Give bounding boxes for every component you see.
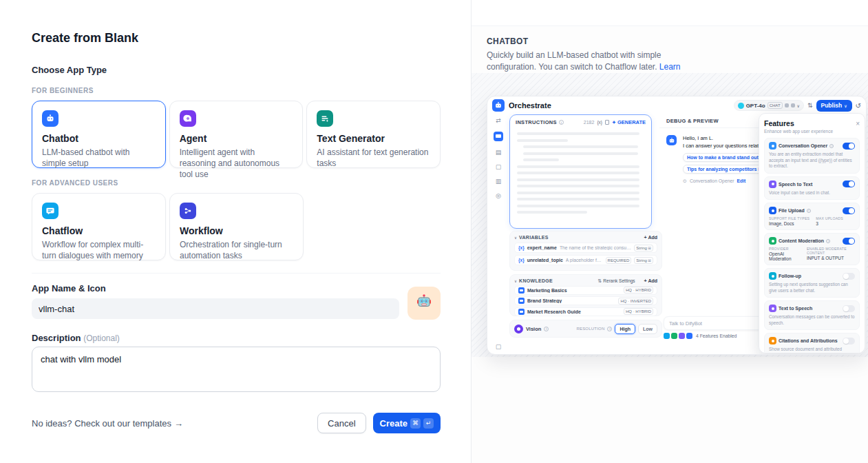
- vision-eye-icon: [514, 325, 523, 333]
- model-provider-icon: [738, 103, 744, 109]
- microphone-icon: [769, 181, 776, 188]
- document-icon: ▢: [496, 163, 502, 170]
- app-name-label: App Name & Icon: [32, 283, 441, 294]
- citations-icon: [769, 337, 776, 344]
- optional-hint: (Optional): [83, 333, 120, 343]
- beginner-cards-row: Chatbot LLM-based chatbot with simple se…: [32, 101, 441, 168]
- variable-icon: [518, 257, 525, 263]
- description-textarea[interactable]: chat with vllm model: [32, 347, 441, 392]
- add-variable-button: + Add: [644, 235, 657, 240]
- orchestrate-tab-icon: [494, 132, 503, 141]
- card-title: Chatflow: [42, 225, 156, 237]
- grid-icon: [647, 258, 651, 263]
- info-icon: [559, 120, 564, 125]
- model-mode-badge: CHAT: [768, 102, 783, 109]
- app-type-card-chatflow[interactable]: Chatflow Workflow for complex multi-turn…: [32, 193, 166, 260]
- toggle-switch: [843, 273, 855, 280]
- templates-link[interactable]: No ideas? Check out our templates→: [32, 418, 183, 429]
- knowledge-row: Marketing Basics HQ · HYBRID: [514, 286, 657, 295]
- app-name-input[interactable]: [32, 298, 399, 319]
- app-name-row: [32, 298, 441, 319]
- panel-toggle-icon: ▢: [487, 343, 509, 350]
- tune-icon: [807, 102, 813, 109]
- clipboard-icon: [605, 120, 609, 125]
- conversation-opener-icon: [769, 142, 776, 150]
- card-title: Chatbot: [42, 133, 156, 145]
- app-type-card-workflow[interactable]: Workflow Orchestration for single-turn a…: [169, 193, 304, 260]
- resolution-low-button: Low: [638, 324, 657, 334]
- toggle-switch: [843, 338, 855, 344]
- modal-footer: No ideas? Check out our templates→ Cance…: [32, 413, 441, 433]
- bot-avatar: [666, 135, 677, 145]
- mock-sidebar-rail: ⇄ ▤ ▢ ▥ ◎: [487, 114, 509, 354]
- app-icon-picker[interactable]: [407, 287, 441, 320]
- dataset-icon: [518, 298, 525, 304]
- card-title: Text Generator: [317, 133, 430, 145]
- robot-emoji-icon: [415, 293, 433, 313]
- cmd-key-icon: ⌘: [410, 418, 421, 429]
- app-type-preview-pane: CHATBOT Quickly build an LLM-based chatb…: [471, 0, 868, 463]
- feature-item-citations: Citations and Attributions Show source d…: [764, 333, 860, 353]
- enter-key-icon: ↵: [423, 418, 434, 429]
- create-from-blank-pane: Create from Blank Choose App Type FOR BE…: [0, 0, 471, 463]
- variable-row: expert_name The name of the strategic co…: [514, 243, 657, 253]
- info-icon: [807, 209, 811, 213]
- settings-icon: [791, 103, 795, 107]
- variable-row: unrelated_topic A placeholder for topics…: [514, 255, 657, 265]
- dataset-icon: [518, 287, 525, 294]
- knowledge-panel: KNOWLEDGE Rerank Settings + Add Marketin…: [509, 274, 662, 316]
- generate-button: GENERATE: [612, 119, 646, 125]
- file-upload-icon: [769, 207, 776, 214]
- workflow-icon: [180, 203, 196, 219]
- app-type-card-text-generator[interactable]: Text Generator AI assistant for text gen…: [306, 101, 441, 168]
- feature-item-file-upload: File Upload SUPPORT FILE TYPES Image, Do…: [764, 203, 860, 230]
- knowledge-row: Market Research Guide HQ · HYBRID: [514, 307, 657, 316]
- toggle-switch: [843, 143, 855, 150]
- opener-icon: [683, 178, 687, 184]
- text-generator-icon: [317, 110, 333, 127]
- feature-item-follow-up: Follow-up Setting up next questions sugg…: [764, 268, 860, 298]
- file-upload-mini-icon: [686, 333, 692, 339]
- card-desc: Workflow for complex multi-turn dialogue…: [42, 239, 156, 261]
- toggle-switch: [843, 207, 855, 214]
- text-to-speech-icon: [769, 305, 776, 312]
- choose-app-type-label: Choose App Type: [32, 65, 441, 76]
- toggle-switch: [843, 238, 855, 245]
- feature-item-conversation-opener: Conversation Opener You are an entity ex…: [764, 138, 860, 174]
- description-label: Description (Optional): [32, 333, 441, 344]
- variables-panel: VARIABLES + Add expert_name The name of …: [509, 231, 662, 271]
- collapse-icon: [514, 278, 517, 284]
- resolution-high-button: High: [615, 324, 635, 334]
- mock-app-title: Orchestrate: [509, 101, 551, 110]
- toggle-switch: [843, 181, 855, 187]
- instructions-skeleton-text: [510, 128, 651, 214]
- char-count: 2182: [584, 120, 595, 125]
- grid-icon: [647, 246, 651, 250]
- card-title: Workflow: [180, 225, 293, 237]
- advanced-cards-row: Chatflow Workflow for complex multi-turn…: [32, 193, 441, 260]
- feature-item-speech-to-text: Speech to Text Voice input can be used i…: [764, 176, 860, 200]
- notes-icon: ▥: [496, 178, 502, 185]
- toggle-switch: [843, 305, 855, 312]
- app-type-card-chatbot[interactable]: Chatbot LLM-based chatbot with simple se…: [32, 101, 166, 168]
- moderation-mini-icon: [671, 333, 677, 339]
- vision-bar: Vision RESOLUTION High Low: [509, 320, 662, 338]
- collapse-icon: [514, 234, 517, 240]
- cancel-button[interactable]: Cancel: [317, 413, 366, 433]
- variable-icon: [597, 119, 602, 125]
- mock-app-icon: [492, 99, 505, 112]
- follow-up-icon: [769, 272, 776, 280]
- info-icon: [607, 327, 612, 331]
- knowledge-row: Brand Strategy HQ · INVERTED: [514, 296, 657, 305]
- preview-heading: CHATBOT: [487, 37, 699, 46]
- model-selector: GPT-4o CHAT: [734, 100, 804, 111]
- page-title: Create from Blank: [32, 30, 441, 45]
- globe-icon: ◎: [496, 192, 501, 199]
- card-desc: AI assistant for text generation tasks: [317, 147, 430, 169]
- info-icon: [829, 144, 834, 148]
- chevron-down-icon: [844, 102, 847, 109]
- app-type-card-agent[interactable]: Agent Intelligent agent with reasoning a…: [169, 101, 304, 168]
- create-button[interactable]: Create ⌘ ↵: [373, 413, 441, 433]
- chevron-down-icon: [797, 103, 800, 109]
- edit-link: Edit: [737, 178, 745, 183]
